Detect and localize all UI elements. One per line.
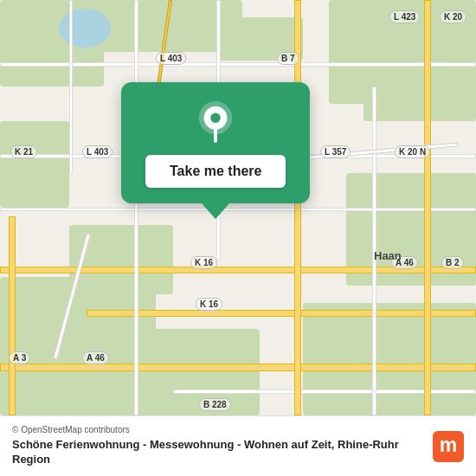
map: L 403 B 7 L 423 K 20 K 21 L 403 L 357 K … [0,0,476,415]
location-pin-icon [198,101,233,143]
highway-road [0,363,476,371]
svg-text:m: m [440,434,457,456]
road-label-b2: B 2 [441,256,464,269]
road-label-l403-2: L 403 [82,145,113,158]
road [69,0,73,173]
moovit-logo: m [433,431,464,462]
popup-triangle [202,203,229,219]
road-label-k16-2: K 16 [196,298,222,311]
road-label-b7: B 7 [277,52,299,65]
road-label-k20: K 20 [440,10,466,23]
road-label-a3: A 3 [9,351,30,364]
road-label-l403: L 403 [156,52,186,65]
take-me-there-button[interactable]: Take me there [145,155,286,188]
bottom-text: © OpenStreetMap contributors Schöne Feri… [12,425,424,467]
road-label-l423: L 423 [389,10,420,23]
map-popup: Take me there [121,82,310,219]
svg-point-2 [210,113,221,123]
road-label-a46-2: A 46 [82,351,109,364]
green-area [0,121,69,208]
highway-road [87,310,476,317]
green-area [303,303,476,415]
city-label-haan: Haan [374,249,402,262]
moovit-icon: m [433,431,464,462]
bottom-bar: © OpenStreetMap contributors Schöne Feri… [0,415,476,476]
osm-credit: © OpenStreetMap contributors [12,425,424,434]
highway-road [9,216,16,415]
popup-box: Take me there [121,82,310,203]
road-label-k16: K 16 [190,256,217,269]
highway-road [424,0,431,415]
green-area [69,225,173,294]
road-label-b228: B 228 [199,398,231,411]
road-label-l357: L 357 [320,145,351,158]
green-area [0,277,156,415]
road-label-k20n: K 20 N [395,145,430,158]
road-label-k21: K 21 [10,145,37,158]
location-title: Schöne Ferienwohnung - Messewohnung - Wo… [12,438,424,467]
water-area [59,9,111,48]
